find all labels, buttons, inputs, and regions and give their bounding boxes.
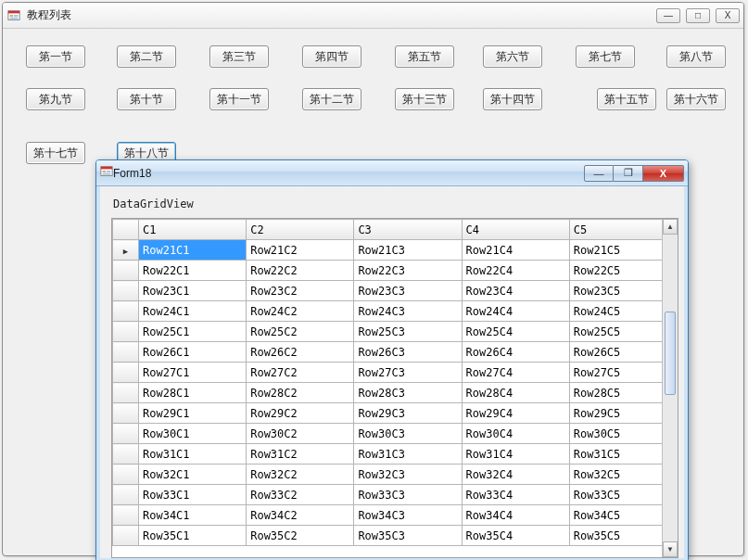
cell[interactable]: Row33C4 (462, 485, 569, 505)
cell[interactable]: Row30C4 (462, 424, 569, 444)
table-row[interactable]: Row35C1Row35C2Row35C3Row35C4Row35C5 (113, 526, 678, 546)
cell[interactable]: Row33C1 (139, 485, 247, 505)
scroll-down-button[interactable]: ▼ (663, 541, 678, 557)
cell[interactable]: Row21C4 (462, 240, 569, 261)
column-header-c2[interactable]: C2 (247, 220, 354, 240)
cell[interactable]: Row24C4 (462, 301, 569, 322)
cell[interactable]: Row23C4 (462, 281, 569, 301)
cell[interactable]: Row27C4 (462, 363, 569, 383)
cell[interactable]: Row25C3 (354, 322, 462, 342)
form18-minimize-button[interactable]: — (584, 165, 614, 182)
row-header[interactable] (113, 383, 139, 403)
cell[interactable]: Row22C4 (462, 261, 569, 281)
cell[interactable]: Row34C2 (247, 505, 354, 526)
cell[interactable]: Row27C2 (247, 363, 354, 383)
cell[interactable]: Row22C1 (139, 261, 247, 281)
table-row[interactable]: Row33C1Row33C2Row33C3Row33C4Row33C5 (113, 485, 678, 505)
row-header[interactable] (113, 444, 139, 465)
table-row[interactable]: Row28C1Row28C2Row28C3Row28C4Row28C5 (113, 383, 678, 403)
cell[interactable]: Row30C3 (354, 424, 462, 444)
table-row[interactable]: Row22C1Row22C2Row22C3Row22C4Row22C5 (113, 261, 678, 281)
cell[interactable]: Row31C2 (247, 444, 354, 465)
row-header[interactable]: ▶ (113, 240, 139, 261)
cell[interactable]: Row26C2 (247, 342, 354, 363)
row-header[interactable] (113, 363, 139, 383)
row-header[interactable] (113, 281, 139, 301)
cell[interactable]: Row25C1 (139, 322, 247, 342)
cell[interactable]: Row28C1 (139, 383, 247, 403)
cell[interactable]: Row21C3 (354, 240, 462, 261)
cell[interactable]: Row29C2 (247, 403, 354, 424)
table-row[interactable]: Row26C1Row26C2Row26C3Row26C4Row26C5 (113, 342, 678, 363)
cell[interactable]: Row28C3 (354, 383, 462, 403)
cell[interactable]: Row35C1 (139, 526, 247, 546)
form18-titlebar[interactable]: Form18 — ❐ X (96, 160, 688, 186)
table-row[interactable]: Row27C1Row27C2Row27C3Row27C4Row27C5 (113, 363, 678, 383)
cell[interactable]: Row23C1 (139, 281, 247, 301)
close-button[interactable]: X (716, 8, 740, 23)
table-row[interactable]: Row24C1Row24C2Row24C3Row24C4Row24C5 (113, 301, 678, 322)
form18-close-button[interactable]: X (643, 165, 684, 182)
lesson-button-3[interactable]: 第三节 (209, 45, 269, 68)
cell[interactable]: Row22C3 (354, 261, 462, 281)
row-header[interactable] (113, 505, 139, 526)
row-header[interactable] (113, 403, 139, 424)
table-row[interactable]: Row25C1Row25C2Row25C3Row25C4Row25C5 (113, 322, 678, 342)
form18-maximize-button[interactable]: ❐ (614, 165, 643, 182)
column-header-c1[interactable]: C1 (139, 220, 247, 240)
lesson-button-4[interactable]: 第四节 (302, 45, 361, 68)
row-header[interactable] (113, 301, 139, 322)
vertical-scrollbar[interactable]: ▲ ▼ (662, 219, 678, 557)
lesson-button-8[interactable]: 第八节 (666, 45, 726, 68)
lesson-button-14[interactable]: 第十四节 (483, 88, 542, 110)
cell[interactable]: Row27C1 (139, 363, 247, 383)
grid-corner[interactable] (113, 220, 139, 240)
cell[interactable]: Row29C1 (139, 403, 247, 424)
cell[interactable]: Row34C1 (139, 505, 247, 526)
row-header[interactable] (113, 424, 139, 444)
cell[interactable]: Row30C1 (139, 424, 247, 444)
row-header[interactable] (113, 261, 139, 281)
table-row[interactable]: Row29C1Row29C2Row29C3Row29C4Row29C5 (113, 403, 678, 424)
cell[interactable]: Row26C1 (139, 342, 247, 363)
cell[interactable]: Row32C3 (354, 465, 462, 485)
cell[interactable]: Row35C4 (462, 526, 569, 546)
cell[interactable]: Row31C4 (462, 444, 569, 465)
cell[interactable]: Row27C3 (354, 363, 462, 383)
cell[interactable]: Row35C3 (354, 526, 462, 546)
cell[interactable]: Row30C2 (247, 424, 354, 444)
row-header[interactable] (113, 342, 139, 363)
column-header-c3[interactable]: C3 (354, 220, 462, 240)
cell[interactable]: Row32C1 (139, 465, 247, 485)
cell[interactable]: Row28C2 (247, 383, 354, 403)
row-header[interactable] (113, 485, 139, 505)
cell[interactable]: Row33C3 (354, 485, 462, 505)
cell[interactable]: Row23C3 (354, 281, 462, 301)
lesson-button-17[interactable]: 第十七节 (26, 142, 85, 164)
scroll-thumb[interactable] (665, 312, 676, 395)
lesson-button-11[interactable]: 第十一节 (209, 88, 269, 110)
cell[interactable]: Row32C4 (462, 465, 569, 485)
scroll-up-button[interactable]: ▲ (663, 219, 678, 235)
lesson-button-7[interactable]: 第七节 (576, 45, 635, 68)
table-row[interactable]: Row23C1Row23C2Row23C3Row23C4Row23C5 (113, 281, 678, 301)
minimize-button[interactable]: — (656, 8, 680, 23)
cell[interactable]: Row34C3 (354, 505, 462, 526)
cell[interactable]: Row21C1 (139, 240, 247, 261)
cell[interactable]: Row28C4 (462, 383, 569, 403)
cell[interactable]: Row25C2 (247, 322, 354, 342)
cell[interactable]: Row24C2 (247, 301, 354, 322)
titlebar[interactable]: 教程列表 — □ X (3, 3, 743, 29)
table-row[interactable]: Row31C1Row31C2Row31C3Row31C4Row31C5 (113, 444, 678, 465)
cell[interactable]: Row25C4 (462, 322, 569, 342)
cell[interactable]: Row34C4 (462, 505, 569, 526)
lesson-button-15[interactable]: 第十五节 (597, 88, 656, 110)
table-row[interactable]: Row30C1Row30C2Row30C3Row30C4Row30C5 (113, 424, 678, 444)
datagridview[interactable]: C1C2C3C4C5▶Row21C1Row21C2Row21C3Row21C4R… (111, 218, 678, 558)
lesson-button-13[interactable]: 第十三节 (395, 88, 454, 110)
lesson-button-6[interactable]: 第六节 (483, 45, 542, 68)
cell[interactable]: Row33C2 (247, 485, 354, 505)
cell[interactable]: Row29C3 (354, 403, 462, 424)
maximize-button[interactable]: □ (686, 8, 710, 23)
lesson-button-5[interactable]: 第五节 (395, 45, 454, 68)
